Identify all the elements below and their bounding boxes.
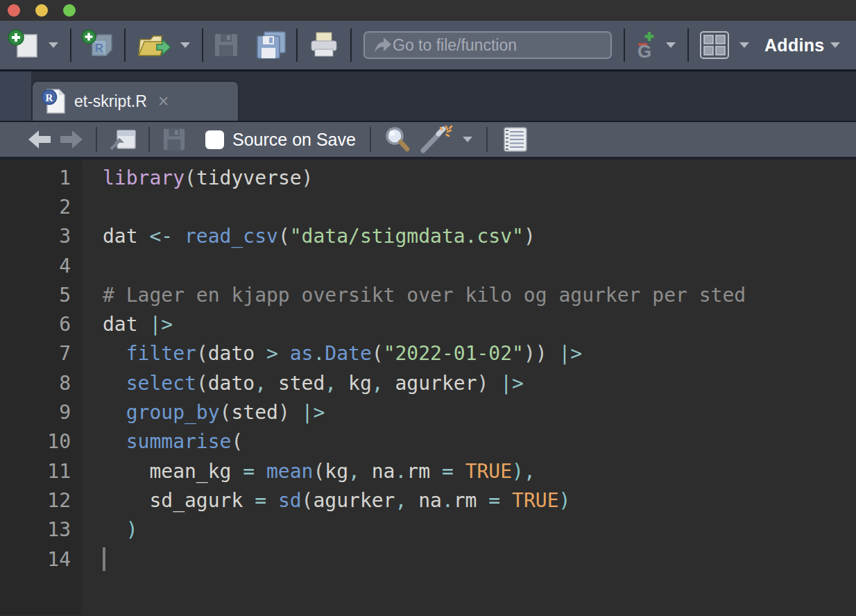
- save-button[interactable]: [209, 29, 243, 61]
- tab-close-icon[interactable]: ×: [158, 94, 169, 108]
- save-icon: [213, 32, 239, 58]
- code-lines: 1library(tidyverse)23dat <- read_csv("da…: [0, 163, 856, 574]
- popout-window-icon: [109, 128, 137, 151]
- minimize-window-button[interactable]: [35, 4, 48, 17]
- save-all-icon: [256, 31, 286, 60]
- new-file-dropdown-icon[interactable]: [49, 42, 58, 48]
- version-control-dropdown-icon[interactable]: [666, 42, 676, 48]
- toolbar-separator: [370, 127, 371, 152]
- print-button[interactable]: [304, 28, 344, 62]
- window-titlebar: [0, 0, 856, 21]
- tab-et-skript[interactable]: R et-skript.R ×: [31, 80, 239, 121]
- toolbar-separator: [296, 28, 298, 62]
- compile-report-button[interactable]: [496, 123, 533, 156]
- goto-file-function-input[interactable]: [393, 36, 604, 55]
- close-window-button[interactable]: [8, 4, 20, 17]
- toolbar-separator: [70, 28, 71, 62]
- line-number: 7: [0, 342, 82, 365]
- main-toolbar: R: [0, 21, 856, 71]
- addins-dropdown-icon[interactable]: [830, 42, 840, 48]
- line-number: 13: [0, 518, 82, 541]
- line-number: 11: [0, 460, 82, 483]
- new-file-icon: [8, 29, 40, 61]
- code-line-12[interactable]: 12 sd_agurk = sd(agurker, na.rm = TRUE): [0, 486, 856, 515]
- line-number: 5: [0, 284, 82, 307]
- new-project-button[interactable]: R: [78, 26, 118, 64]
- source-on-save-checkbox[interactable]: [205, 130, 224, 149]
- line-number: 8: [0, 372, 82, 395]
- toolbar-separator: [350, 28, 352, 62]
- workspace-panes-icon: [699, 31, 730, 60]
- code-line-5[interactable]: 5# Lager en kjapp oversikt over kilo og …: [0, 280, 856, 309]
- code-line-6[interactable]: 6dat |>: [0, 309, 856, 339]
- code-line-7[interactable]: 7 filter(dato > as.Date("2022-01-02")) |…: [0, 339, 856, 368]
- line-number: 6: [0, 313, 82, 336]
- tabstrip-left-edge: [0, 71, 31, 121]
- editor-tabstrip: R et-skript.R ×: [0, 71, 856, 122]
- tab-title: et-skript.R: [74, 92, 147, 111]
- version-control-button[interactable]: G: [631, 28, 660, 62]
- line-number: 10: [0, 430, 82, 453]
- workspace-panes-dropdown-icon[interactable]: [739, 42, 749, 48]
- code-line-8[interactable]: 8 select(dato, sted, kg, agurker) |>: [0, 368, 856, 397]
- open-file-button[interactable]: [132, 27, 175, 63]
- line-number: 9: [0, 401, 82, 424]
- workspace-panes-button[interactable]: [695, 28, 734, 62]
- compile-notebook-icon: [499, 126, 530, 153]
- line-number: 1: [0, 166, 82, 189]
- code-editor[interactable]: 1library(tidyverse)23dat <- read_csv("da…: [0, 160, 856, 615]
- forward-arrow-icon: [59, 129, 84, 150]
- code-line-11[interactable]: 11 mean_kg = mean(kg, na.rm = TRUE),: [0, 456, 856, 486]
- toolbar-separator: [148, 127, 150, 152]
- code-tools-dropdown-icon[interactable]: [463, 137, 472, 142]
- line-number: 4: [0, 255, 82, 277]
- text-cursor: [103, 547, 105, 571]
- code-line-4[interactable]: 4: [0, 251, 856, 280]
- open-recent-dropdown-icon[interactable]: [180, 42, 190, 48]
- print-icon: [307, 31, 341, 60]
- find-replace-button[interactable]: [379, 123, 416, 156]
- forward-button[interactable]: [55, 126, 87, 153]
- toolbar-separator: [486, 127, 488, 152]
- code-line-10[interactable]: 10 summarise(: [0, 427, 856, 456]
- code-line-2[interactable]: 2: [0, 192, 856, 221]
- svg-text:G: G: [637, 41, 651, 60]
- toolbar-separator: [124, 28, 126, 62]
- back-button[interactable]: [24, 126, 55, 153]
- toolbar-separator: [96, 127, 97, 152]
- show-in-new-window-button[interactable]: [105, 125, 140, 154]
- goto-file-function-box[interactable]: [363, 31, 612, 59]
- code-tools-button[interactable]: [416, 122, 457, 157]
- code-line-14[interactable]: 14: [0, 545, 856, 574]
- save-icon: [162, 127, 187, 152]
- find-icon: [383, 126, 412, 153]
- open-folder-icon: [135, 30, 171, 60]
- line-number: 12: [0, 489, 82, 512]
- code-line-9[interactable]: 9 group_by(sted) |>: [0, 397, 856, 427]
- editor-toolbar: Source on Save: [0, 122, 856, 160]
- save-button-editor[interactable]: [158, 124, 190, 155]
- save-all-button[interactable]: [252, 28, 290, 62]
- line-number: 3: [0, 225, 82, 248]
- toolbar-separator: [687, 28, 689, 62]
- source-on-save-label: Source on Save: [232, 130, 356, 150]
- code-line-3[interactable]: 3dat <- read_csv("data/stigmdata.csv"): [0, 222, 856, 251]
- r-document-icon: R: [41, 87, 66, 115]
- toolbar-separator: [624, 28, 625, 62]
- new-file-button[interactable]: [4, 26, 43, 64]
- code-line-13[interactable]: 13 ): [0, 515, 856, 545]
- line-number: 14: [0, 548, 82, 571]
- new-project-icon: R: [81, 29, 114, 61]
- svg-text:R: R: [95, 42, 103, 55]
- toolbar-separator: [202, 28, 203, 62]
- magic-wand-icon: [419, 125, 454, 154]
- goto-arrow-icon: [372, 35, 393, 55]
- back-arrow-icon: [27, 129, 52, 150]
- line-number: 2: [0, 196, 82, 219]
- code-line-1[interactable]: 1library(tidyverse): [0, 163, 856, 192]
- zoom-window-button[interactable]: [63, 4, 76, 17]
- svg-text:R: R: [46, 92, 53, 103]
- git-commit-icon: G: [635, 31, 657, 60]
- addins-menu[interactable]: Addins: [764, 35, 825, 55]
